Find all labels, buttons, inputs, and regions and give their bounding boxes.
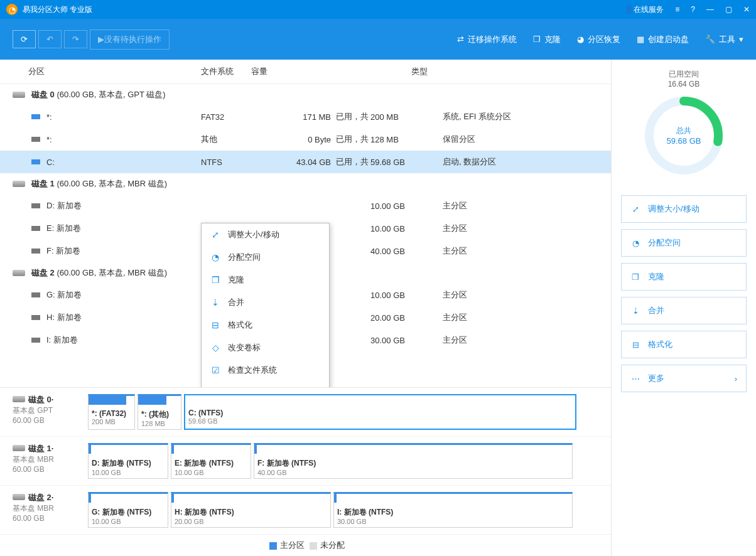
disk-icon xyxy=(13,270,25,276)
chevron-right-icon: › xyxy=(735,374,737,383)
disk-bar[interactable]: D: 新加卷 (NTFS) 10.00 GB xyxy=(88,443,168,479)
side-more-button[interactable]: ⋯更多› xyxy=(621,365,747,392)
partition-row[interactable]: D: 新加卷 10.00 GB 主分区 xyxy=(0,195,611,217)
menu-resize[interactable]: ⤢调整大小/移动 xyxy=(202,223,329,246)
allocate-icon: ◔ xyxy=(630,238,640,248)
recover-icon: ◕ xyxy=(577,35,584,44)
disk-bar[interactable]: E: 新加卷 (NTFS) 10.00 GB xyxy=(171,443,251,479)
partition-icon xyxy=(31,292,40,297)
create-boot-disk-button[interactable]: ▦创建启动盘 xyxy=(637,34,689,45)
partition-icon xyxy=(31,159,40,164)
check-icon: ☑ xyxy=(210,365,220,375)
migrate-icon: ⇄ xyxy=(457,35,464,44)
partition-row[interactable]: *: 其他 0 Byte 已用，共 128 MB 保留分区 xyxy=(0,128,611,151)
col-header-filesystem[interactable]: 文件系统 xyxy=(201,66,251,77)
disk-icon xyxy=(13,181,25,187)
sidebar: 已用空间 16.64 GB 总共 59.68 GB ⤢调整大小/移动 ◔分配空间… xyxy=(612,60,756,556)
partition-icon xyxy=(31,338,40,343)
toolbar: ⟳ ↶ ↷ ▶ 没有待执行操作 ⇄迁移操作系统 ❐克隆 ◕分区恢复 ▦创建启动盘… xyxy=(0,19,756,60)
disk-icon xyxy=(13,445,25,451)
titlebar: ◔ 易我分区大师 专业版 👤在线服务 ≡ ? — ▢ ✕ xyxy=(0,0,756,19)
app-title: 易我分区大师 专业版 xyxy=(23,4,624,15)
context-menu: ⤢调整大小/移动 ◔分配空间 ❐克隆 ⇣合并 ⊟格式化 ◇改变卷标 ☑检查文件系… xyxy=(201,223,330,387)
menu-icon[interactable]: ≡ xyxy=(675,5,679,14)
col-header-partition[interactable]: 分区 xyxy=(28,66,201,77)
resize-icon: ⤢ xyxy=(210,230,220,240)
merge-icon: ⇣ xyxy=(210,297,220,307)
partition-icon xyxy=(31,114,40,119)
maximize-icon[interactable]: ▢ xyxy=(725,5,732,14)
close-icon[interactable]: ✕ xyxy=(743,5,750,14)
disk-bar[interactable]: C: (NTFS) 59.68 GB xyxy=(184,394,576,430)
tools-button[interactable]: 🔧工具 ▾ xyxy=(705,34,743,45)
disk-bar[interactable]: *: (其他) 128 MB xyxy=(138,394,181,430)
disk-header[interactable]: 磁盘 1 (60.00 GB, 基本盘, MBR 磁盘) xyxy=(0,173,611,195)
menu-clone[interactable]: ❐克隆 xyxy=(202,269,329,291)
disk-bar[interactable]: I: 新加卷 (NTFS) 30.00 GB xyxy=(333,492,573,528)
clone-icon: ❐ xyxy=(533,35,541,44)
partition-recover-button[interactable]: ◕分区恢复 xyxy=(577,34,620,45)
partition-icon xyxy=(31,226,40,231)
disk-bar[interactable]: G: 新加卷 (NTFS) 10.00 GB xyxy=(88,492,168,528)
merge-icon: ⇣ xyxy=(630,306,640,316)
side-allocate-button[interactable]: ◔分配空间 xyxy=(621,229,747,257)
partition-icon xyxy=(31,249,40,254)
legend-primary-icon xyxy=(269,542,277,550)
boot-icon: ▦ xyxy=(637,35,644,44)
disk-icon xyxy=(13,494,25,500)
app-logo-icon: ◔ xyxy=(6,4,18,15)
donut-chart: 总共 59.68 GB xyxy=(643,95,725,176)
disk-bar[interactable]: *: (FAT32) 200 MB xyxy=(88,394,135,430)
help-icon[interactable]: ? xyxy=(691,5,695,14)
partition-row[interactable]: C: NTFS 43.04 GB 已用，共 59.68 GB 启动, 数据分区 xyxy=(0,151,611,173)
clone-icon: ❐ xyxy=(630,272,640,282)
menu-merge[interactable]: ⇣合并 xyxy=(202,291,329,314)
pending-ops-button: ▶ 没有待执行操作 xyxy=(90,29,170,50)
clone-button[interactable]: ❐克隆 xyxy=(533,34,561,45)
partition-icon xyxy=(31,203,40,208)
disk-map-row: 磁盘 0· 基本盘 GPT60.00 GB *: (FAT32) 200 MB … xyxy=(0,388,611,437)
partition-table: 分区 文件系统 容量 类型 磁盘 0 (60.00 GB, 基本盘, GPT 磁… xyxy=(0,60,611,387)
disk-bar[interactable]: F: 新加卷 (NTFS) 40.00 GB xyxy=(254,443,573,479)
menu-allocate[interactable]: ◔分配空间 xyxy=(202,246,329,269)
allocate-icon: ◔ xyxy=(210,252,220,262)
menu-label[interactable]: ◇改变卷标 xyxy=(202,336,329,359)
redo-button[interactable]: ↷ xyxy=(64,30,87,48)
donut-total-label: 总共 xyxy=(667,126,701,136)
side-format-button[interactable]: ⊟格式化 xyxy=(621,331,747,358)
legend: 主分区 未分配 xyxy=(0,535,611,556)
undo-button[interactable]: ↶ xyxy=(38,30,62,48)
format-icon: ⊟ xyxy=(210,320,220,330)
side-resize-button[interactable]: ⤢调整大小/移动 xyxy=(621,195,747,223)
donut-used-label: 已用空间 xyxy=(621,69,747,80)
menu-check[interactable]: ☑检查文件系统 xyxy=(202,359,329,382)
side-clone-button[interactable]: ❐克隆 xyxy=(621,263,747,291)
label-icon: ◇ xyxy=(210,343,220,353)
partition-icon xyxy=(31,315,40,320)
disk-icon xyxy=(13,396,25,402)
format-icon: ⊟ xyxy=(630,339,640,350)
online-service-button[interactable]: 👤在线服务 xyxy=(624,4,664,15)
side-merge-button[interactable]: ⇣合并 xyxy=(621,297,747,324)
disk-map-row: 磁盘 2· 基本盘 MBR60.00 GB G: 新加卷 (NTFS) 10.0… xyxy=(0,486,611,535)
disk-maps: 磁盘 0· 基本盘 GPT60.00 GB *: (FAT32) 200 MB … xyxy=(0,387,611,535)
minimize-icon[interactable]: — xyxy=(706,5,714,14)
col-header-capacity[interactable]: 容量 xyxy=(251,66,411,77)
tools-icon: 🔧 xyxy=(705,35,715,44)
resize-icon: ⤢ xyxy=(630,204,640,214)
donut-total-value: 59.68 GB xyxy=(667,136,701,146)
migrate-os-button[interactable]: ⇄迁移操作系统 xyxy=(457,34,517,45)
disk-map-row: 磁盘 1· 基本盘 MBR60.00 GB D: 新加卷 (NTFS) 10.0… xyxy=(0,437,611,486)
disk-icon xyxy=(13,92,25,98)
clone-icon: ❐ xyxy=(210,275,220,285)
disk-header[interactable]: 磁盘 0 (60.00 GB, 基本盘, GPT 磁盘) xyxy=(0,84,611,105)
partition-row[interactable]: *: FAT32 171 MB 已用，共 200 MB 系统, EFI 系统分区 xyxy=(0,105,611,128)
menu-format[interactable]: ⊟格式化 xyxy=(202,314,329,336)
partition-icon xyxy=(31,137,40,142)
disk-bar[interactable]: H: 新加卷 (NTFS) 20.00 GB xyxy=(171,492,331,528)
menu-badtrack[interactable]: ⊗坏道检测 xyxy=(202,382,329,387)
more-icon: ⋯ xyxy=(630,373,640,383)
col-header-type[interactable]: 类型 xyxy=(411,66,611,77)
refresh-button[interactable]: ⟳ xyxy=(13,30,36,48)
legend-unalloc-icon xyxy=(310,542,317,550)
